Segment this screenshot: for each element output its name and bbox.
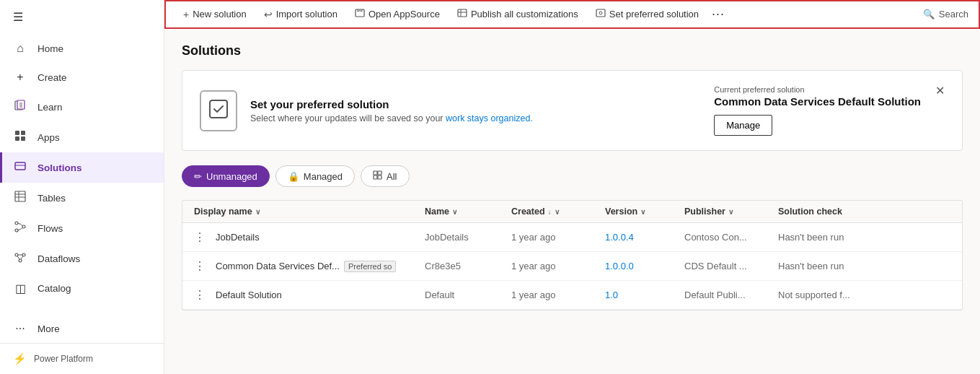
banner-text: Set your preferred solution Select where… — [250, 98, 533, 123]
import-solution-button[interactable]: ↩ Import solution — [257, 5, 345, 24]
import-solution-icon: ↩ — [264, 9, 273, 20]
power-platform-icon: ⚡ — [13, 352, 27, 365]
all-tab-label: All — [387, 171, 397, 182]
sidebar-item-dataflows[interactable]: Dataflows — [0, 243, 164, 274]
search-label: Search — [939, 9, 968, 19]
display-name-sort-icon[interactable]: ∨ — [255, 208, 260, 216]
sidebar-item-tables[interactable]: Tables — [0, 183, 164, 213]
banner-description: Select where your updates will be saved … — [250, 113, 533, 123]
page-body: Solutions Set your preferred solution Se… — [164, 29, 980, 374]
col-publisher: Publisher ∨ — [684, 206, 778, 217]
col-name: Name ∨ — [425, 206, 511, 217]
sidebar-item-learn[interactable]: Learn — [0, 92, 164, 122]
table-row: ⋮ Default Solution Default 1 year ago 1.… — [182, 281, 962, 310]
row2-version[interactable]: 1.0.0.0 — [605, 261, 684, 271]
open-appsource-label: Open AppSource — [368, 9, 440, 19]
sidebar-item-create-label: Create — [37, 72, 67, 83]
sidebar-item-apps[interactable]: Apps — [0, 122, 164, 152]
toolbar: + New solution ↩ Import solution Open Ap… — [164, 0, 980, 29]
row3-display-name: ⋮ Default Solution — [194, 288, 425, 302]
power-platform-label: Power Platform — [34, 354, 93, 364]
row3-display-name-text[interactable]: Default Solution — [216, 290, 282, 300]
sidebar: ☰ ⌂ Home + Create Learn A — [0, 0, 164, 374]
manage-button[interactable]: Manage — [714, 115, 772, 136]
filter-tab-managed[interactable]: 🔒 Managed — [275, 165, 355, 187]
row1-menu-icon[interactable]: ⋮ — [194, 230, 206, 244]
new-solution-label: New solution — [193, 9, 246, 19]
sidebar-item-catalog-label: Catalog — [37, 283, 71, 294]
sidebar-item-solutions-label: Solutions — [37, 162, 82, 173]
col-version: Version ∨ — [605, 206, 684, 217]
sidebar-item-more[interactable]: ··· More — [0, 314, 164, 343]
open-appsource-button[interactable]: Open AppSource — [348, 4, 447, 24]
row2-solution-check: Hasn't been run — [778, 261, 893, 271]
hamburger-button[interactable]: ☰ — [0, 0, 164, 34]
more-icon: ··· — [13, 322, 27, 335]
row1-name: JobDetails — [425, 232, 511, 243]
svg-rect-34 — [378, 175, 381, 179]
banner-icon — [200, 90, 237, 131]
row2-menu-icon[interactable]: ⋮ — [194, 259, 206, 273]
main-content: + New solution ↩ Import solution Open Ap… — [164, 0, 980, 374]
row3-menu-icon[interactable]: ⋮ — [194, 288, 206, 302]
col-created-label: Created — [511, 206, 545, 217]
row2-display-name: ⋮ Common Data Services Def... Preferred … — [194, 259, 425, 273]
power-platform[interactable]: ⚡ Power Platform — [0, 343, 164, 374]
sidebar-item-solutions[interactable]: Solutions — [0, 152, 164, 183]
svg-rect-32 — [378, 171, 381, 175]
preferred-badge: Preferred so — [344, 261, 397, 272]
row1-version[interactable]: 1.0.0.4 — [605, 232, 684, 243]
sidebar-item-catalog[interactable]: ◫ Catalog — [0, 274, 164, 303]
filter-tabs: ✏ Unmanaged 🔒 Managed All — [182, 165, 963, 187]
toolbar-more-button[interactable]: ··· — [712, 6, 725, 22]
row3-solution-check: Not supported f... — [778, 290, 893, 300]
create-icon: + — [13, 71, 27, 84]
sidebar-item-create[interactable]: + Create — [0, 63, 164, 92]
row2-publisher: CDS Default ... — [684, 261, 778, 271]
name-sort-icon[interactable]: ∨ — [452, 208, 457, 216]
home-icon: ⌂ — [13, 42, 27, 55]
filter-tab-unmanaged[interactable]: ✏ Unmanaged — [182, 165, 270, 187]
page-title: Solutions — [182, 43, 963, 58]
svg-rect-33 — [374, 175, 377, 179]
svg-line-22 — [17, 256, 19, 260]
col-created: Created ↓ ∨ — [511, 206, 605, 217]
created-sort-icon2[interactable]: ∨ — [555, 208, 560, 216]
sidebar-item-flows[interactable]: Flows — [0, 213, 164, 243]
new-solution-icon: + — [183, 9, 189, 20]
sidebar-item-tables-label: Tables — [37, 193, 66, 204]
svg-rect-11 — [15, 191, 25, 201]
row3-version[interactable]: 1.0 — [605, 290, 684, 300]
svg-rect-30 — [210, 100, 227, 118]
banner-heading: Set your preferred solution — [250, 98, 533, 110]
current-preferred-label: Current preferred solution — [714, 85, 921, 94]
svg-rect-31 — [374, 171, 377, 175]
col-name-label: Name — [425, 206, 449, 217]
sidebar-item-home[interactable]: ⌂ Home — [0, 34, 164, 63]
svg-point-17 — [15, 229, 18, 232]
apps-icon — [13, 130, 27, 144]
banner-close-button[interactable]: ✕ — [935, 85, 945, 97]
unmanaged-tab-label: Unmanaged — [206, 171, 257, 182]
col-publisher-label: Publisher — [684, 206, 725, 217]
col-display-name: Display name ∨ — [194, 206, 425, 217]
publish-all-button[interactable]: Publish all customizations — [450, 4, 586, 24]
search-button[interactable]: 🔍 Search — [923, 9, 968, 19]
row2-name: Cr8e3e5 — [425, 261, 511, 271]
filter-tab-all[interactable]: All — [361, 165, 409, 187]
new-solution-button[interactable]: + New solution — [176, 5, 254, 24]
sidebar-item-learn-label: Learn — [37, 102, 63, 113]
svg-rect-28 — [596, 9, 605, 17]
publisher-sort-icon[interactable]: ∨ — [728, 208, 733, 216]
row2-created: 1 year ago — [511, 261, 605, 271]
current-preferred: Current preferred solution Common Data S… — [714, 85, 921, 136]
preferred-solution-banner: Set your preferred solution Select where… — [182, 70, 963, 151]
row3-created: 1 year ago — [511, 290, 605, 300]
publish-all-icon — [457, 8, 467, 20]
version-sort-icon[interactable]: ∨ — [640, 208, 645, 216]
set-preferred-button[interactable]: Set preferred solution — [588, 4, 706, 24]
svg-rect-6 — [21, 131, 25, 135]
created-sort-icon[interactable]: ↓ — [548, 208, 552, 216]
table-header: Display name ∨ Name ∨ Created ↓ ∨ Versio… — [182, 201, 962, 223]
row3-name: Default — [425, 290, 511, 300]
